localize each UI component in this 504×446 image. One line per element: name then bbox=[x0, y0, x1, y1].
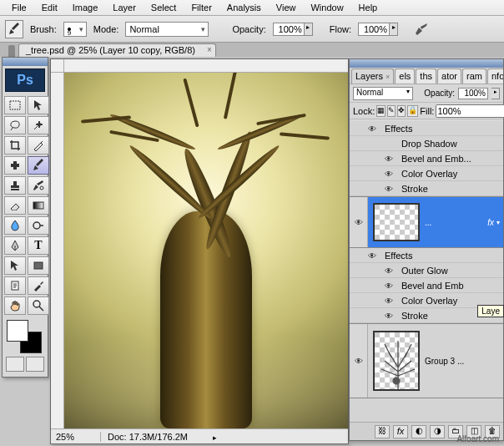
current-tool-icon[interactable] bbox=[5, 20, 23, 38]
layer-name[interactable]: Group 3 ... bbox=[425, 357, 503, 366]
pen-tool-icon[interactable] bbox=[4, 236, 26, 255]
effect-stroke[interactable]: Stroke bbox=[350, 181, 503, 196]
menu-filter[interactable]: Filter bbox=[184, 1, 218, 14]
effects-row[interactable]: Effects bbox=[350, 121, 503, 136]
doc-info[interactable]: Doc: 17.3M/176.2M▸ bbox=[101, 432, 217, 442]
opacity-arrow-icon[interactable]: ▸ bbox=[305, 23, 313, 36]
eye-icon[interactable] bbox=[385, 169, 396, 179]
layer-opacity-input[interactable] bbox=[458, 88, 488, 99]
effect-bevel[interactable]: Bevel and Emb... bbox=[350, 151, 503, 166]
wand-tool-icon[interactable] bbox=[28, 116, 49, 134]
menu-file[interactable]: File bbox=[5, 1, 33, 14]
menu-layer[interactable]: Layer bbox=[106, 1, 143, 14]
shape-tool-icon[interactable] bbox=[28, 256, 49, 275]
lock-paint-icon[interactable]: ✎ bbox=[387, 105, 396, 117]
opacity-input[interactable] bbox=[273, 23, 305, 36]
close-icon[interactable]: × bbox=[386, 73, 390, 81]
flow-input[interactable] bbox=[358, 23, 390, 36]
menu-select[interactable]: Select bbox=[144, 1, 184, 14]
opacity-field[interactable]: ▸ bbox=[273, 23, 313, 36]
blend-mode-select[interactable]: Normal bbox=[353, 87, 413, 100]
canvas-viewport[interactable] bbox=[64, 73, 348, 428]
layer-name[interactable]: ... bbox=[425, 218, 487, 227]
slice-tool-icon[interactable] bbox=[28, 136, 49, 155]
eye-icon[interactable] bbox=[385, 139, 396, 149]
layer-thumbnail[interactable] bbox=[373, 331, 420, 391]
eye-icon[interactable] bbox=[368, 124, 380, 134]
tab-navigator[interactable]: ator bbox=[437, 68, 461, 84]
layer-mask-icon[interactable]: ◐ bbox=[411, 425, 426, 438]
eye-icon[interactable] bbox=[385, 266, 396, 276]
heal-tool-icon[interactable] bbox=[4, 156, 26, 175]
flow-arrow-icon[interactable]: ▸ bbox=[390, 23, 398, 36]
crop-tool-icon[interactable] bbox=[4, 136, 26, 155]
menu-view[interactable]: View bbox=[270, 1, 303, 14]
fx-icon[interactable]: fx bbox=[487, 218, 494, 227]
history-brush-icon[interactable] bbox=[28, 176, 49, 195]
brush-tool-icon[interactable] bbox=[28, 156, 49, 175]
lasso-tool-icon[interactable] bbox=[4, 116, 26, 134]
effect-outer-glow[interactable]: Outer Glow bbox=[350, 263, 503, 278]
mode-select[interactable]: Normal bbox=[125, 22, 209, 37]
menu-window[interactable]: Window bbox=[304, 1, 350, 14]
hand-tool-icon[interactable] bbox=[4, 296, 26, 315]
notes-tool-icon[interactable] bbox=[4, 276, 26, 295]
dodge-tool-icon[interactable] bbox=[28, 216, 49, 235]
quickmask-mode-icon[interactable] bbox=[26, 357, 44, 372]
eye-icon[interactable] bbox=[385, 184, 396, 194]
eye-icon[interactable] bbox=[385, 296, 396, 306]
effect-bevel[interactable]: Bevel and Emb bbox=[350, 278, 503, 293]
move-tool-icon[interactable] bbox=[28, 96, 49, 114]
tab-histogram[interactable]: ram bbox=[462, 68, 486, 84]
eye-icon[interactable] bbox=[385, 154, 396, 164]
color-swatches[interactable] bbox=[7, 320, 43, 353]
menu-analysis[interactable]: Analysis bbox=[220, 1, 268, 14]
foreground-color[interactable] bbox=[7, 320, 28, 342]
ruler-horizontal[interactable] bbox=[64, 59, 348, 73]
eye-icon[interactable] bbox=[355, 356, 363, 366]
tab-info[interactable]: nfo bbox=[487, 68, 503, 84]
tab-drag-handle[interactable] bbox=[8, 45, 15, 57]
stamp-tool-icon[interactable] bbox=[4, 176, 26, 195]
effect-drop-shadow[interactable]: Drop Shadow bbox=[350, 136, 503, 151]
document-tab[interactable]: _tree.psd @ 25% (Layer 10 copy, RGB/8) × bbox=[18, 43, 216, 57]
menu-help[interactable]: Help bbox=[352, 1, 385, 14]
chevron-down-icon[interactable]: ▾ bbox=[496, 219, 500, 226]
zoom-tool-icon[interactable] bbox=[28, 296, 49, 315]
tab-paths[interactable]: ths bbox=[416, 68, 436, 84]
tab-channels[interactable]: els bbox=[395, 68, 415, 84]
blur-tool-icon[interactable] bbox=[4, 216, 26, 235]
marquee-tool-icon[interactable] bbox=[4, 96, 26, 114]
eyedropper-icon[interactable] bbox=[28, 276, 49, 295]
link-layers-icon[interactable]: ⛓ bbox=[375, 425, 390, 438]
lock-all-icon[interactable]: 🔒 bbox=[407, 105, 418, 117]
close-tab-icon[interactable]: × bbox=[207, 45, 212, 54]
effects-row[interactable]: Effects bbox=[350, 248, 503, 263]
lock-move-icon[interactable]: ✥ bbox=[397, 105, 406, 117]
lock-transparent-icon[interactable]: ▦ bbox=[376, 105, 386, 117]
tools-titlebar[interactable] bbox=[3, 58, 48, 66]
eye-icon[interactable] bbox=[385, 281, 396, 291]
flow-field[interactable]: ▸ bbox=[358, 23, 398, 36]
path-select-icon[interactable] bbox=[4, 256, 26, 275]
eye-icon[interactable] bbox=[355, 217, 363, 227]
eye-icon[interactable] bbox=[385, 311, 396, 321]
gradient-tool-icon[interactable] bbox=[28, 196, 49, 215]
eraser-tool-icon[interactable] bbox=[4, 196, 26, 215]
type-tool-icon[interactable]: T bbox=[28, 236, 49, 255]
menu-edit[interactable]: Edit bbox=[35, 1, 64, 14]
ruler-origin[interactable] bbox=[51, 59, 64, 73]
menu-image[interactable]: Image bbox=[66, 1, 105, 14]
arrow-icon[interactable]: ▸ bbox=[213, 433, 217, 442]
layer-row-group[interactable]: Group 3 ... bbox=[350, 323, 503, 398]
eye-icon[interactable] bbox=[368, 251, 380, 261]
panel-titlebar[interactable] bbox=[350, 59, 503, 68]
airbrush-icon[interactable] bbox=[413, 20, 431, 38]
brush-picker[interactable]: 9 bbox=[63, 22, 87, 37]
fill-input[interactable] bbox=[436, 104, 504, 118]
layer-style-icon[interactable]: fx bbox=[393, 425, 408, 438]
layer-thumbnail[interactable] bbox=[373, 203, 420, 241]
layer-row-selected[interactable]: ... fx ▾ bbox=[350, 196, 503, 248]
ruler-vertical[interactable] bbox=[51, 73, 64, 428]
adjustment-layer-icon[interactable]: ◑ bbox=[430, 425, 445, 438]
